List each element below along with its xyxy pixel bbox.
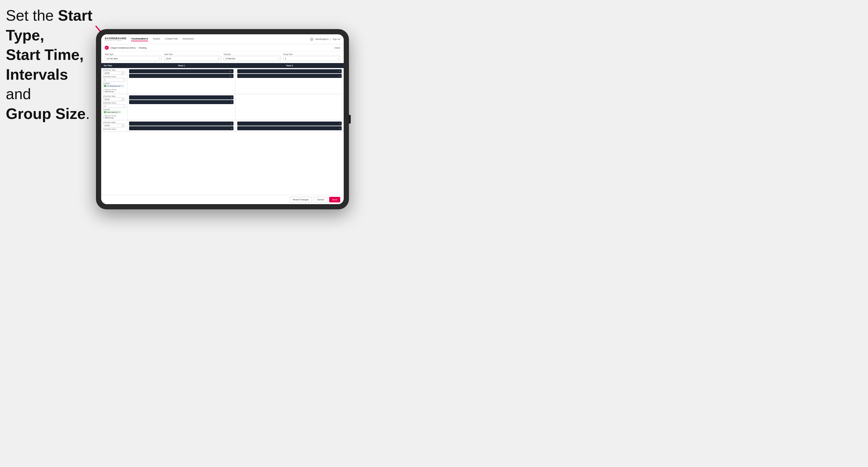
player-remove-4-2[interactable]: ✕	[231, 127, 232, 129]
group-row-3: STARTING TIME: 10:20 🕐 STARTING HOLE: ✕ …	[101, 120, 344, 132]
player-row-2-1: ✕	[237, 69, 342, 73]
course-remove-x-1[interactable]: ✕	[122, 85, 123, 87]
remove-group-btn-2[interactable]: ○ Remove Group	[103, 115, 125, 117]
logo-text: SCOREBOARD	[105, 37, 126, 40]
spin-arrows-2: ▲▼	[123, 105, 124, 107]
course-name-2: East Lake GC	[107, 112, 118, 113]
player-remove-2-2[interactable]: ✕	[339, 75, 341, 77]
starting-time-value-1: 10:00	[104, 72, 110, 74]
team2-cell-3: ✕ ✕	[236, 120, 344, 131]
course-remove-x-2[interactable]: ✕	[119, 111, 120, 113]
starting-time-input-3[interactable]: 10:20 🕐	[103, 124, 125, 127]
tee-times-table: Tee Time Team 1 Team 2 STARTING TIME: 10…	[101, 63, 344, 195]
player-row-5-1: ✕	[237, 122, 342, 126]
team2-cell-1: ✕ ✕	[236, 68, 344, 94]
starting-hole-label-3: STARTING HOLE:	[103, 128, 125, 130]
group-row-1: STARTING TIME: 10:00 🕐 STARTING HOLE: 1 …	[101, 68, 344, 94]
sign-out-link[interactable]: Sign out	[333, 38, 340, 40]
add-group-label-1: Add Group	[105, 91, 114, 92]
tee-cell-2: STARTING TIME: 10:10 🕐 STARTING HOLE: 1 …	[101, 94, 127, 120]
intervals-select[interactable]: 10 Minutes ▾	[224, 56, 281, 61]
course-icon-1: ⛳	[104, 85, 106, 87]
group-section-2: STARTING TIME: 10:10 🕐 STARTING HOLE: 1 …	[101, 94, 344, 120]
tablet-side-button	[349, 115, 351, 124]
th-team1: Team 1	[127, 63, 236, 68]
start-time-select[interactable]: 10:00 🕐	[164, 56, 222, 61]
player-remove-4-1[interactable]: ✕	[231, 123, 232, 125]
clock-icon-2: 🕐	[121, 98, 124, 101]
bottom-bar: Reset Changes Cancel Save	[101, 195, 344, 204]
add-group-btn-2[interactable]: + Add Group	[103, 117, 125, 119]
tee-cell-3: STARTING TIME: 10:20 🕐 STARTING HOLE:	[101, 120, 127, 131]
start-time-label: Start Time	[164, 53, 222, 55]
group-section-3: STARTING TIME: 10:20 🕐 STARTING HOLE: ✕ …	[101, 120, 344, 132]
add-group-btn-1[interactable]: + Add Group	[103, 91, 125, 92]
table-header: Tee Time Team 1 Team 2	[101, 63, 344, 68]
team2-cell-2	[236, 94, 344, 120]
save-button[interactable]: Save	[329, 197, 340, 203]
player-row-4-1: ✕	[129, 122, 234, 126]
breadcrumb-separator: ›	[137, 46, 137, 49]
annotation-line6: .	[86, 105, 90, 122]
starting-time-input-2[interactable]: 10:10 🕐	[103, 97, 125, 101]
reset-changes-button[interactable]: Reset Changes	[290, 197, 312, 203]
intervals-label: Intervals	[224, 53, 281, 55]
team1-cell-1: ✕ ✕	[127, 68, 236, 94]
starting-hole-label-2: STARTING HOLE:	[103, 102, 125, 104]
player-remove-5-2[interactable]: ✕	[339, 127, 341, 129]
circle-icon-2: ○	[103, 115, 104, 117]
nav-bar: SCOREBOARD Powered by clipp'd TOURNAMENT…	[101, 34, 344, 44]
breadcrumb-bar: C Clippd Invitational (Men) › Hosting ‹ …	[101, 44, 344, 52]
remove-group-btn-1[interactable]: ○ Remove Group	[103, 89, 125, 90]
player-dot-1-1	[230, 71, 232, 72]
starting-hole-label-1: STARTING HOLE:	[103, 76, 125, 77]
nav-user: blair@clippd.io | Sign out	[310, 37, 340, 41]
starting-time-label-2: STARTING TIME:	[103, 95, 125, 97]
course-tag-1: ⛳ (A) Peachtree GC ✕	[103, 85, 124, 87]
starting-time-value-2: 10:10	[104, 98, 110, 100]
plus-icon-1: +	[103, 91, 104, 92]
player-remove-3-1[interactable]: ✕	[231, 97, 232, 99]
annotation-line1: Set the	[6, 7, 58, 24]
course-icon-2: 🗺	[104, 111, 106, 113]
start-time-value: 10:00	[166, 58, 171, 60]
nav-link-committee[interactable]: COMMITTEE	[165, 37, 178, 41]
nav-link-rankings[interactable]: RANKINGS	[183, 37, 194, 41]
annotation-line4: and	[6, 86, 31, 102]
start-type-value: 1st Tee Start	[106, 58, 118, 60]
group-size-label: Group Size	[283, 53, 341, 55]
breadcrumb-tournament[interactable]: Clippd Invitational (Men)	[111, 46, 135, 49]
course-actions-2: ○ Remove Group + Add Group	[103, 114, 125, 119]
logo: SCOREBOARD Powered by clipp'd	[105, 37, 126, 41]
starting-time-input-1[interactable]: 10:00 🕐	[103, 71, 125, 75]
group-size-group: Group Size 3 ▾	[283, 53, 341, 61]
player-remove-5-1[interactable]: ✕	[339, 123, 341, 125]
player-remove-3-2[interactable]: ✕	[231, 101, 232, 103]
start-type-group: Start Type 1st Tee Start ▾	[105, 53, 162, 61]
nav-link-teams[interactable]: TEAMS	[153, 37, 160, 41]
back-button[interactable]: ‹ Back	[333, 46, 340, 49]
annotation-bold4: Group Size	[6, 105, 86, 122]
group-section-1: STARTING TIME: 10:00 🕐 STARTING HOLE: 1 …	[101, 68, 344, 94]
nav-link-tournaments[interactable]: TOURNAMENTS	[131, 37, 148, 41]
starting-time-label-1: STARTING TIME:	[103, 69, 125, 71]
player-row-2-2: ✕	[237, 74, 342, 78]
logo-powered: Powered by clipp'd	[105, 40, 126, 41]
clock-icon-1: 🕐	[121, 72, 124, 74]
player-remove-2-1[interactable]: ✕	[339, 70, 341, 72]
tablet-frame: SCOREBOARD Powered by clipp'd TOURNAMENT…	[96, 29, 349, 209]
start-type-select[interactable]: 1st Tee Start ▾	[105, 56, 162, 61]
clock-icon-3: 🕐	[121, 124, 124, 127]
starting-time-label-3: STARTING TIME:	[103, 122, 125, 123]
course-label-1: COURSE:	[103, 83, 125, 84]
spin-arrows-1: ▲▼	[123, 79, 124, 81]
intervals-group: Intervals 10 Minutes ▾	[224, 53, 281, 61]
starting-hole-input-1[interactable]: 1 ▲▼	[103, 78, 125, 82]
cancel-button[interactable]: Cancel	[314, 197, 328, 203]
starting-hole-input-2[interactable]: 1 ▲▼	[103, 104, 125, 108]
chevron-down-icon-groupsize: ▾	[338, 58, 339, 60]
tablet-screen: SCOREBOARD Powered by clipp'd TOURNAMENT…	[101, 34, 344, 204]
group-size-select[interactable]: 3 ▾	[283, 56, 341, 61]
clock-icon: 🕐	[218, 58, 220, 60]
nav-links: TOURNAMENTS TEAMS COMMITTEE RANKINGS	[131, 37, 310, 41]
